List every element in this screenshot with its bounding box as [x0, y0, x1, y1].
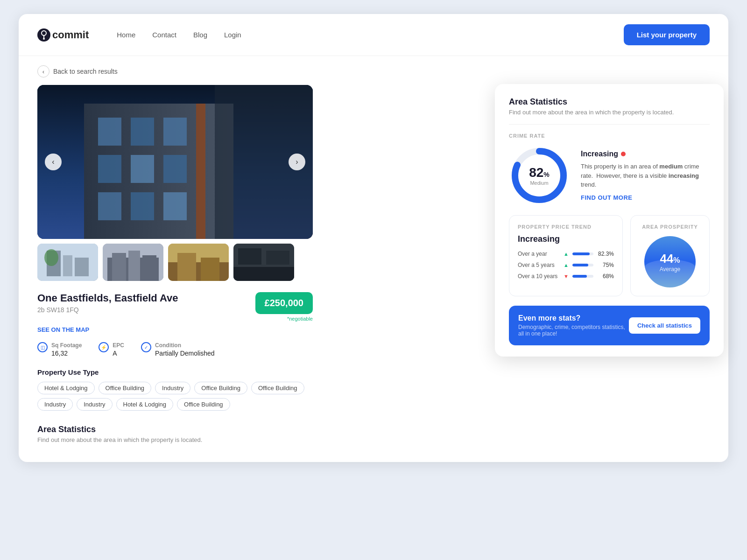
crime-desc: This property is in an area of medium cr…	[581, 162, 710, 189]
svg-rect-28	[168, 262, 229, 281]
nav-contact[interactable]: Contact	[152, 31, 176, 39]
trend-row: Over a 5 years ▲ 75%	[518, 262, 614, 268]
list-property-button[interactable]: List your property	[624, 24, 710, 45]
svg-rect-7	[131, 118, 154, 146]
stats-card-title: Area Statistics	[509, 97, 710, 107]
gallery-prev-button[interactable]: ‹	[45, 154, 62, 170]
crime-dot-icon	[621, 152, 626, 156]
nav-blog[interactable]: Blog	[193, 31, 207, 39]
price-note: *negotiable	[255, 316, 313, 322]
epc-label: EPC	[113, 342, 124, 349]
trend-pct: 82.3%	[597, 251, 614, 257]
thumbnail-4[interactable]	[233, 244, 294, 281]
svg-rect-11	[163, 155, 187, 183]
crime-rate-label: CRIME RATE	[509, 133, 710, 139]
svg-point-37	[513, 173, 517, 178]
thumbnail-2[interactable]	[103, 244, 163, 281]
epc-stat: ⚡ EPC A	[99, 342, 124, 357]
check-all-statistics-button[interactable]: Check all statistics	[629, 317, 700, 334]
thumbnail-1[interactable]	[37, 244, 98, 281]
svg-point-3	[43, 38, 45, 40]
nav-home[interactable]: Home	[117, 31, 135, 39]
svg-rect-26	[142, 255, 156, 281]
logo-icon	[37, 28, 50, 42]
sq-footage-icon: ◫	[37, 342, 48, 352]
back-to-search[interactable]: ‹ Back to search results	[37, 65, 710, 77]
trend-bar-fill	[572, 252, 590, 255]
donut-label: 82% Medium	[529, 165, 550, 186]
property-tag: Industry	[155, 382, 190, 394]
svg-rect-19	[63, 255, 72, 276]
nav-links: Home Contact Blog Login	[117, 31, 623, 39]
property-tag: Industry	[77, 398, 112, 411]
trend-row: Over a year ▲ 82.3%	[518, 251, 614, 257]
navbar: commit Home Contact Blog Login List your…	[19, 14, 728, 56]
trend-row-label: Over a 5 years	[518, 262, 560, 268]
prosperity-num: 44%	[660, 252, 680, 266]
crime-donut-chart: 82% Medium	[509, 145, 570, 206]
property-tag: Industry	[37, 398, 73, 411]
find-out-more-link[interactable]: FIND OUT MORE	[581, 194, 710, 201]
epc-icon: ⚡	[99, 342, 109, 352]
property-use-type: Property Use Type Hotel & LodgingOffice …	[37, 368, 313, 411]
svg-rect-33	[266, 251, 289, 265]
property-header: One Eastfields, Eastfield Ave 2b SW18 1F…	[37, 292, 313, 322]
crime-text: Increasing This property is in an area o…	[581, 150, 710, 201]
property-details: One Eastfields, Eastfield Ave 2b SW18 1F…	[37, 292, 313, 411]
divider-1	[509, 124, 710, 125]
more-stats-banner: Even more stats? Demographic, crime, com…	[509, 306, 710, 345]
svg-point-21	[44, 249, 58, 266]
area-stats-bottom-desc: Find out more about the area in which th…	[37, 436, 313, 443]
area-stats-bottom-title: Area Statistics	[37, 425, 313, 434]
svg-rect-24	[112, 253, 126, 281]
property-tag: Hotel & Lodging	[116, 398, 174, 411]
trend-row: Over a 10 years ▼ 68%	[518, 273, 614, 280]
crime-rate-inner: 82% Medium Increasing This property is i…	[509, 145, 710, 206]
property-tag: Office Building	[251, 382, 304, 394]
thumbnail-row	[37, 244, 313, 281]
trend-bar-fill	[572, 275, 587, 278]
main-content: ‹ Back to search results	[19, 56, 728, 462]
svg-rect-6	[98, 118, 121, 146]
svg-rect-15	[196, 104, 205, 239]
donut-number: 82	[529, 165, 543, 180]
thumbnail-3[interactable]	[168, 244, 229, 281]
property-tag: Office Building	[194, 382, 247, 394]
svg-rect-13	[131, 192, 154, 220]
condition-label: Condition	[155, 342, 215, 349]
nav-login[interactable]: Login	[224, 31, 241, 39]
condition-icon: ✓	[141, 342, 151, 352]
condition-value: Partially Demolished	[155, 350, 215, 357]
prosperity-box: AREA PROSPERITY 44% Average	[630, 215, 710, 296]
area-stats-bottom: Area Statistics Find out more about the …	[37, 425, 313, 443]
crime-status: Increasing	[581, 150, 710, 158]
property-name: One Eastfields, Eastfield Ave	[37, 292, 178, 304]
sq-footage-stat: ◫ Sq Footage 16,32	[37, 342, 82, 357]
see-on-map-link[interactable]: SEE ON THE MAP	[37, 326, 89, 333]
sq-footage-value: 16,32	[51, 350, 82, 357]
trend-rows: Over a year ▲ 82.3% Over a 5 years ▲ 75%…	[518, 251, 614, 280]
main-card: commit Home Contact Blog Login List your…	[19, 14, 728, 462]
prosperity-value-label: Average	[660, 266, 680, 273]
trend-arrow-icon: ▲	[564, 262, 569, 268]
logo: commit	[37, 28, 89, 42]
two-col-stats: PROPERTY PRICE TREND Increasing Over a y…	[509, 215, 710, 296]
svg-rect-34	[233, 267, 294, 281]
donut-sub: Medium	[529, 180, 550, 186]
svg-rect-30	[201, 258, 219, 281]
property-tag: Office Building	[99, 382, 152, 394]
svg-rect-10	[131, 155, 154, 183]
property-stats: ◫ Sq Footage 16,32 ⚡ EPC A ✓	[37, 342, 313, 357]
trend-row-label: Over a year	[518, 251, 560, 257]
epc-value: A	[113, 350, 124, 357]
prosperity-circle: 44% Average	[644, 236, 696, 287]
trend-bar-bg	[572, 252, 593, 255]
building-image	[37, 85, 313, 239]
svg-rect-32	[238, 248, 261, 265]
trend-pct: 68%	[597, 273, 614, 280]
gallery-next-button[interactable]: ›	[289, 154, 305, 170]
condition-stat: ✓ Condition Partially Demolished	[141, 342, 215, 357]
back-label: Back to search results	[53, 68, 118, 75]
crime-rate-section: CRIME RATE 82% Medium	[509, 133, 710, 206]
crime-status-label: Increasing	[581, 150, 618, 158]
